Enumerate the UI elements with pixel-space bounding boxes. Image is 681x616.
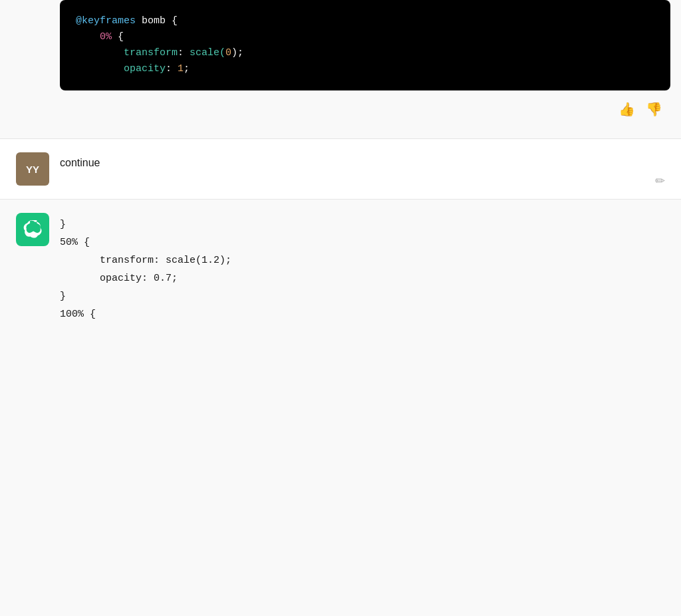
user-avatar: YY xyxy=(16,152,49,186)
assistant-message-section: } 50% { transform: scale(1.2); opacity: … xyxy=(0,200,681,337)
code-block: @keyframes bomb { 0% { transform: scale(… xyxy=(60,0,670,90)
edit-message-button[interactable]: ✏ xyxy=(655,173,665,188)
brace-inner-open: { xyxy=(112,31,124,43)
page-wrapper: @keyframes bomb { 0% { transform: scale(… xyxy=(0,0,681,337)
code-line-6: 100% { xyxy=(60,305,665,323)
openai-logo-icon xyxy=(23,220,42,239)
assistant-avatar xyxy=(16,213,49,246)
top-code-section: @keyframes bomb { 0% { transform: scale(… xyxy=(0,0,681,138)
user-message-content: continue xyxy=(60,152,665,171)
code-block-wrapper: @keyframes bomb { 0% { transform: scale(… xyxy=(60,0,670,90)
prop-transform: transform xyxy=(124,47,178,59)
brace-open: { xyxy=(172,15,178,27)
code-line-5: } xyxy=(60,287,665,305)
val-0: 0 xyxy=(225,47,231,59)
paren-semi-1: ); xyxy=(231,47,243,59)
user-message-section: YY continue ✏ xyxy=(0,139,681,199)
code-pre: @keyframes bomb { 0% { transform: scale(… xyxy=(76,13,654,77)
edit-icon: ✏ xyxy=(655,174,665,188)
user-text: continue xyxy=(60,157,100,168)
code-line-1: } xyxy=(60,216,665,233)
code-line-2: 50% { xyxy=(60,233,665,251)
avatar-initials: YY xyxy=(26,164,39,175)
code-line-4: opacity: 0.7; xyxy=(60,269,665,287)
keyword-bomb: bomb xyxy=(136,15,172,27)
keyword-keyframes: @keyframes xyxy=(76,15,136,27)
assistant-text: } 50% { transform: scale(1.2); opacity: … xyxy=(60,216,665,323)
fn-scale-1: scale( xyxy=(190,47,225,59)
assistant-message-content: } 50% { transform: scale(1.2); opacity: … xyxy=(60,213,665,323)
semi-2: ; xyxy=(184,63,190,75)
code-line-3: transform: scale(1.2); xyxy=(60,251,665,269)
val-1: 1 xyxy=(178,63,184,75)
thumbs-down-button[interactable]: 👎 xyxy=(643,98,665,120)
colon-2: : xyxy=(166,63,178,75)
colon-1: : xyxy=(178,47,190,59)
thumbs-down-icon: 👎 xyxy=(646,102,662,116)
thumbs-up-button[interactable]: 👍 xyxy=(616,98,638,120)
prop-opacity: opacity xyxy=(124,63,166,75)
thumbs-up-icon: 👍 xyxy=(618,102,635,116)
percent-0: 0% xyxy=(100,31,112,43)
feedback-row: 👍 👎 xyxy=(0,90,681,128)
